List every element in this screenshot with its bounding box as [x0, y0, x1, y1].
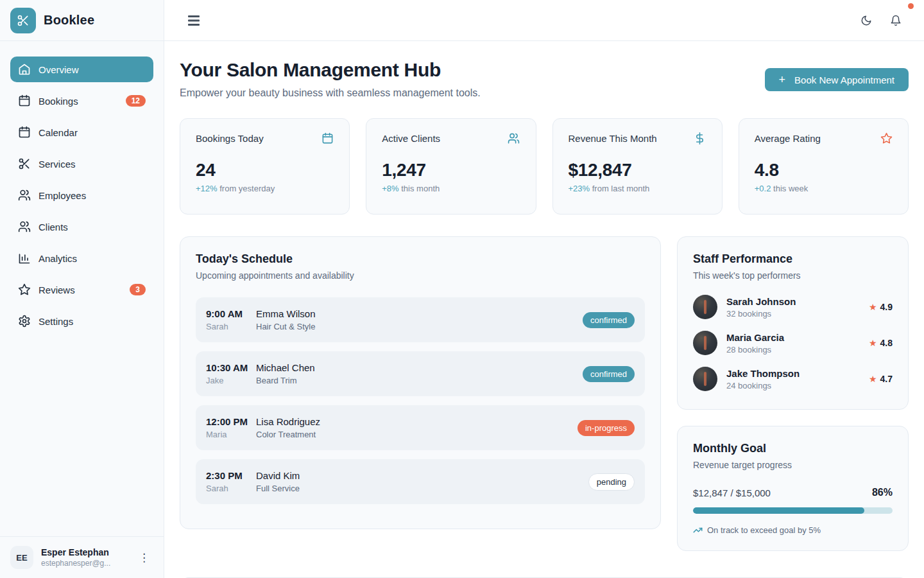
topbar — [164, 0, 924, 41]
appointment-row[interactable]: 10:30 AM Jake Michael Chen Beard Trim co… — [196, 351, 645, 396]
star-icon: ★ — [869, 338, 877, 348]
bar-chart-icon — [18, 252, 31, 265]
staff-name: Sarah Johnson — [726, 296, 860, 307]
lower-grid: Today's Schedule Upcoming appointments a… — [180, 236, 909, 551]
stat-value: 1,247 — [382, 160, 520, 180]
calendar-icon — [321, 132, 334, 144]
stat-label: Active Clients — [382, 133, 440, 144]
bookings-count-badge: 12 — [126, 95, 146, 107]
users-icon — [18, 189, 31, 202]
goal-numbers: $12,847 / $15,000 86% — [693, 487, 893, 498]
sidebar-item-label: Settings — [38, 316, 146, 327]
stats-grid: Bookings Today 24 +12% from yesterday Ac… — [180, 118, 909, 215]
stat-value: 4.8 — [755, 160, 893, 180]
stat-delta: +12% from yesterday — [196, 184, 334, 193]
user-menu-button[interactable]: ⋮ — [135, 548, 153, 567]
brand: Booklee — [0, 0, 164, 41]
appointment-row[interactable]: 12:00 PM Maria Lisa Rodriguez Color Trea… — [196, 405, 645, 450]
staff-bookings: 28 bookings — [726, 345, 860, 355]
sidebar-item-bookings[interactable]: Bookings 12 — [10, 88, 153, 114]
stat-card-bookings-today: Bookings Today 24 +12% from yesterday — [180, 118, 350, 215]
schedule-list: 9:00 AM Sarah Emma Wilson Hair Cut & Sty… — [196, 297, 645, 504]
goal-note: On track to exceed goal by 5% — [693, 525, 893, 535]
dark-mode-toggle[interactable] — [853, 8, 879, 33]
staff-avatar — [693, 367, 717, 391]
sidebar-item-clients[interactable]: Clients — [10, 214, 153, 240]
stat-delta: +0.2 this week — [755, 184, 893, 193]
stat-label: Bookings Today — [196, 133, 264, 144]
notifications-button[interactable] — [883, 8, 909, 33]
sidebar-item-label: Clients — [38, 222, 146, 232]
staff-bookings: 24 bookings — [726, 381, 860, 390]
home-icon — [18, 63, 31, 76]
sidebar-item-reviews[interactable]: Reviews 3 — [10, 277, 153, 302]
page-header-text: Your Salon Management Hub Empower your b… — [180, 59, 481, 99]
scissors-icon — [18, 157, 31, 170]
sidebar-item-employees[interactable]: Employees — [10, 182, 153, 208]
users-icon — [508, 132, 520, 144]
staff-avatar — [693, 331, 717, 355]
user-email: estephanesper@g... — [41, 559, 127, 568]
topbar-actions — [853, 8, 909, 33]
stat-card-average-rating: Average Rating 4.8 +0.2 this week — [739, 118, 909, 215]
appointment-staff: Sarah — [206, 484, 256, 493]
status-badge: in-progress — [578, 420, 635, 436]
stat-card-revenue: Revenue This Month $12,847 +23% from las… — [552, 118, 723, 215]
staff-rating: ★ 4.7 — [869, 374, 893, 384]
appointment-time: 12:00 PM — [206, 416, 256, 427]
appointment-row[interactable]: 9:00 AM Sarah Emma Wilson Hair Cut & Sty… — [196, 297, 645, 342]
appointment-staff: Sarah — [206, 322, 256, 331]
appointment-service: Color Treatment — [256, 430, 578, 439]
user-profile[interactable]: EE Esper Estephan estephanesper@g... ⋮ — [0, 536, 164, 578]
appointment-staff: Jake — [206, 376, 256, 385]
appointment-time: 2:30 PM — [206, 470, 256, 481]
plus-icon: + — [779, 74, 786, 85]
stat-value: $12,847 — [569, 160, 706, 180]
star-icon — [18, 283, 31, 296]
moon-icon — [860, 15, 872, 26]
sidebar-item-overview[interactable]: Overview — [10, 57, 153, 82]
stat-label: Revenue This Month — [569, 133, 657, 144]
schedule-title: Today's Schedule — [196, 252, 645, 266]
sidebar-item-calendar[interactable]: Calendar — [10, 119, 153, 145]
sidebar-nav: Overview Bookings 12 Calendar Services E… — [0, 41, 164, 536]
staff-name: Maria Garcia — [726, 332, 860, 343]
goal-title: Monthly Goal — [693, 442, 893, 455]
stat-delta: +23% from last month — [569, 184, 706, 193]
todays-schedule-panel: Today's Schedule Upcoming appointments a… — [180, 236, 661, 529]
staff-rating: ★ 4.9 — [869, 302, 893, 312]
sidebar-item-analytics[interactable]: Analytics — [10, 245, 153, 271]
page-content: Your Salon Management Hub Empower your b… — [164, 41, 924, 578]
goal-percent: 86% — [872, 487, 893, 498]
stat-delta: +8% this month — [382, 184, 520, 193]
dollar-icon — [694, 132, 706, 144]
appointment-client: Michael Chen — [256, 362, 583, 373]
users-icon — [18, 220, 31, 233]
hamburger-icon — [188, 15, 200, 26]
book-new-appointment-button[interactable]: + Book New Appointment — [765, 68, 909, 91]
staff-row: Sarah Johnson 32 bookings ★ 4.9 — [693, 295, 893, 319]
status-badge: confirmed — [583, 366, 635, 382]
stat-card-active-clients: Active Clients 1,247 +8% this month — [366, 118, 536, 215]
sidebar-item-settings[interactable]: Settings — [10, 308, 153, 334]
trending-up-icon — [693, 525, 703, 535]
sidebar-item-services[interactable]: Services — [10, 151, 153, 177]
user-meta: Esper Estephan estephanesper@g... — [41, 547, 127, 568]
star-icon: ★ — [869, 374, 877, 384]
appointment-row[interactable]: 2:30 PM Sarah David Kim Full Service pen… — [196, 459, 645, 504]
goal-note-text: On track to exceed goal by 5% — [707, 525, 821, 535]
staff-rating: ★ 4.8 — [869, 338, 893, 348]
page-subtitle: Empower your beauty business with seamle… — [180, 87, 481, 99]
appointment-client: Lisa Rodriguez — [256, 416, 578, 427]
sidebar-item-label: Calendar — [38, 127, 146, 138]
rating-value: 4.8 — [880, 338, 893, 348]
goal-subtitle: Revenue target progress — [693, 460, 893, 470]
user-name: Esper Estephan — [41, 547, 127, 557]
staff-list: Sarah Johnson 32 bookings ★ 4.9 Mar — [693, 295, 893, 391]
goal-progress-bar — [693, 507, 893, 514]
appointment-client: David Kim — [256, 470, 588, 481]
appointment-service: Beard Trim — [256, 376, 583, 385]
hamburger-menu-button[interactable] — [181, 8, 207, 33]
bell-icon — [890, 15, 902, 26]
main-area: Your Salon Management Hub Empower your b… — [164, 0, 924, 578]
